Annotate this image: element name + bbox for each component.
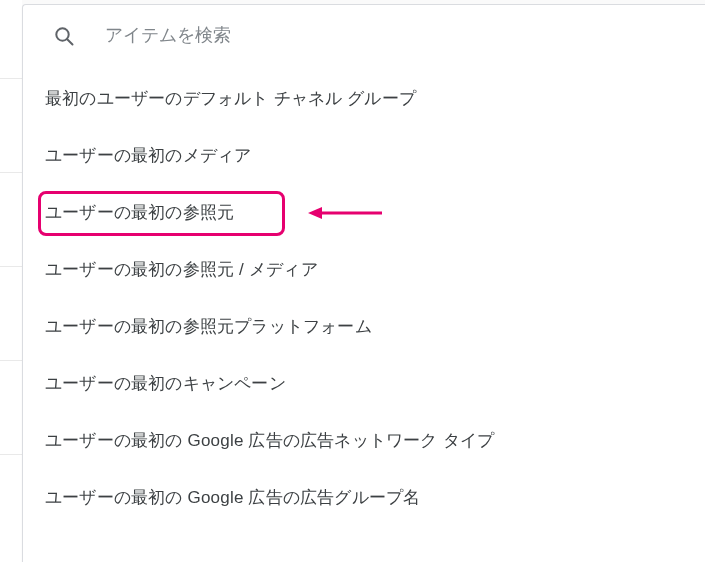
list-item-label: ユーザーの最初の参照元 / メディア <box>45 260 318 279</box>
left-rail <box>0 0 22 562</box>
list-item[interactable]: ユーザーの最初のキャンペーン <box>23 356 705 413</box>
list-item-label: ユーザーの最初のメディア <box>45 146 251 165</box>
dimension-list: 最初のユーザーのデフォルト チャネル グループ ユーザーの最初のメディア ユーザ… <box>23 67 705 527</box>
list-item-label: ユーザーの最初の Google 広告の広告グループ名 <box>45 488 420 507</box>
list-item[interactable]: ユーザーの最初のメディア <box>23 128 705 185</box>
list-item[interactable]: 最初のユーザーのデフォルト チャネル グループ <box>23 71 705 128</box>
list-item-label: ユーザーの最初の参照元プラットフォーム <box>45 317 372 336</box>
dimension-picker-panel: 最初のユーザーのデフォルト チャネル グループ ユーザーの最初のメディア ユーザ… <box>22 4 705 562</box>
search-icon <box>51 23 77 49</box>
list-item[interactable]: ユーザーの最初の参照元プラットフォーム <box>23 299 705 356</box>
list-item[interactable]: ユーザーの最初の Google 広告の広告グループ名 <box>23 470 705 527</box>
search-input[interactable] <box>105 25 693 46</box>
list-item[interactable]: ユーザーの最初の参照元 / メディア <box>23 242 705 299</box>
list-item[interactable]: ユーザーの最初の参照元 <box>23 185 705 242</box>
search-row <box>23 5 705 67</box>
svg-marker-3 <box>308 207 322 219</box>
list-item-label: 最初のユーザーのデフォルト チャネル グループ <box>45 89 416 108</box>
list-item-label: ユーザーの最初のキャンペーン <box>45 374 286 393</box>
svg-line-1 <box>67 39 72 44</box>
annotation-arrow-icon <box>306 203 384 223</box>
list-item-label: ユーザーの最初の Google 広告の広告ネットワーク タイプ <box>45 431 494 450</box>
list-item-label: ユーザーの最初の参照元 <box>45 203 234 222</box>
list-item[interactable]: ユーザーの最初の Google 広告の広告ネットワーク タイプ <box>23 413 705 470</box>
